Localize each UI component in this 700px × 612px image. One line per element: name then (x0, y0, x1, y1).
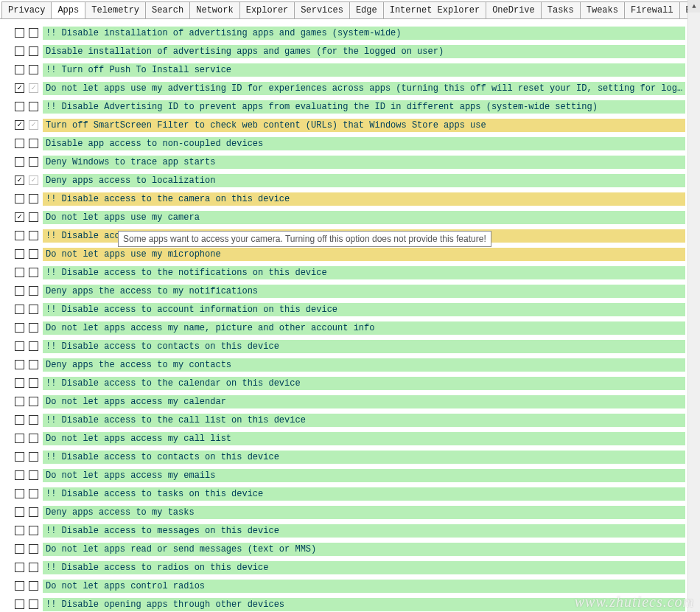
setting-label[interactable]: Do not let apps read or send messages (t… (43, 543, 685, 556)
setting-label[interactable]: !! Disable access to messages on this de… (43, 524, 685, 538)
checkbox-primary[interactable] (15, 415, 24, 425)
setting-label[interactable]: !! Disable access to the camera on this … (43, 192, 685, 206)
tab-search[interactable]: Search (145, 1, 190, 18)
checkbox-primary[interactable] (15, 65, 24, 74)
checkbox-primary[interactable] (15, 397, 24, 406)
checkbox-secondary[interactable] (29, 452, 38, 462)
checkbox-secondary[interactable] (29, 268, 38, 277)
scroll-up-arrow-icon[interactable]: ▲ (688, 0, 700, 13)
checkbox-primary[interactable]: ✓ (15, 175, 24, 185)
setting-label[interactable]: !! Disable Advertising ID to prevent app… (43, 100, 685, 114)
checkbox-secondary[interactable] (29, 139, 38, 148)
tab-tweaks[interactable]: Tweaks (580, 1, 625, 18)
vertical-scrollbar[interactable]: ▲ (687, 0, 700, 612)
checkbox-secondary[interactable] (29, 157, 38, 167)
checkbox-primary[interactable] (15, 341, 24, 351)
checkbox-primary[interactable] (15, 286, 24, 296)
setting-label[interactable]: !! Disable access to account information… (43, 303, 685, 316)
setting-label[interactable]: !! Disable opening apps through other de… (43, 598, 685, 611)
checkbox-secondary[interactable] (29, 415, 38, 425)
checkbox-secondary[interactable] (29, 249, 38, 259)
checkbox-primary[interactable] (15, 599, 24, 609)
setting-label[interactable]: Do not let apps use my microphone (43, 248, 685, 261)
setting-label[interactable]: !! Turn off Push To Install service (43, 63, 685, 77)
setting-label[interactable]: Turn off SmartScreen Filter to check web… (43, 119, 685, 132)
setting-label[interactable]: Do not let apps access my calendar (43, 395, 685, 408)
checkbox-primary[interactable] (15, 507, 24, 517)
checkbox-secondary[interactable] (29, 434, 38, 443)
checkbox-secondary[interactable] (29, 212, 38, 222)
checkbox-primary[interactable] (15, 378, 24, 388)
setting-label[interactable]: Disable app access to non-coupled device… (43, 137, 685, 150)
setting-label[interactable]: Do not let apps use my camera (43, 211, 685, 224)
setting-label[interactable]: Deny Windows to trace app starts (43, 156, 685, 169)
checkbox-primary[interactable] (15, 102, 24, 111)
tab-services[interactable]: Services (294, 1, 350, 18)
checkbox-primary[interactable]: ✓ (15, 83, 24, 93)
checkbox-secondary[interactable] (29, 46, 38, 56)
setting-label[interactable]: Do not let apps access my emails (43, 469, 685, 482)
setting-label[interactable]: !! Disable installation of advertising a… (43, 27, 685, 40)
setting-label[interactable]: !! Disable access to the calendar on thi… (43, 377, 685, 390)
setting-label[interactable]: Deny apps access to localization (43, 174, 685, 187)
tab-privacy[interactable]: Privacy (1, 1, 52, 18)
setting-label[interactable]: Do not let apps control radios (43, 580, 685, 593)
setting-label[interactable]: !! Disable access to the call list on th… (43, 414, 685, 427)
checkbox-secondary[interactable] (29, 286, 38, 296)
setting-label[interactable]: !! Disable access to contacts on this de… (43, 340, 685, 353)
checkbox-primary[interactable] (15, 489, 24, 498)
checkbox-primary[interactable] (15, 434, 24, 443)
checkbox-primary[interactable] (15, 268, 24, 277)
setting-label[interactable]: Disable installation of advertising apps… (43, 45, 685, 58)
checkbox-primary[interactable] (15, 323, 24, 333)
checkbox-primary[interactable] (15, 194, 24, 204)
setting-label[interactable]: Do not let apps access my call list (43, 432, 685, 445)
checkbox-primary[interactable] (15, 452, 24, 462)
checkbox-primary[interactable] (15, 157, 24, 167)
checkbox-primary[interactable] (15, 231, 24, 240)
setting-label[interactable]: !! Disable access to the notifications o… (43, 266, 685, 279)
checkbox-primary[interactable]: ✓ (15, 212, 24, 222)
checkbox-secondary[interactable] (29, 28, 38, 38)
checkbox-secondary[interactable] (29, 470, 38, 480)
checkbox-secondary[interactable] (29, 507, 38, 517)
checkbox-secondary[interactable] (29, 194, 38, 204)
checkbox-secondary[interactable] (29, 489, 38, 498)
tab-internet-explorer[interactable]: Internet Explorer (383, 1, 486, 18)
checkbox-secondary[interactable] (29, 231, 38, 240)
checkbox-primary[interactable] (15, 544, 24, 554)
tab-onedrive[interactable]: OneDrive (486, 1, 542, 18)
checkbox-secondary[interactable] (29, 563, 38, 572)
setting-label[interactable]: !! Disable access to contacts on this de… (43, 451, 685, 464)
checkbox-secondary[interactable] (29, 544, 38, 554)
setting-label[interactable]: Deny apps access to my tasks (43, 506, 685, 519)
checkbox-primary[interactable] (15, 470, 24, 480)
checkbox-primary[interactable]: ✓ (15, 120, 24, 130)
checkbox-primary[interactable] (15, 563, 24, 572)
checkbox-secondary[interactable] (29, 360, 38, 369)
checkbox-secondary[interactable] (29, 526, 38, 535)
setting-label[interactable]: Do not let apps use my advertising ID fo… (43, 82, 685, 95)
checkbox-primary[interactable] (15, 46, 24, 56)
checkbox-primary[interactable] (15, 360, 24, 369)
setting-label[interactable]: !! Disable access to tasks on this devic… (43, 487, 685, 501)
checkbox-primary[interactable] (15, 249, 24, 259)
checkbox-primary[interactable] (15, 139, 24, 148)
setting-label[interactable]: Do not let apps access my name, picture … (43, 321, 685, 335)
checkbox-primary[interactable] (15, 581, 24, 591)
checkbox-primary[interactable] (15, 28, 24, 38)
checkbox-secondary[interactable] (29, 65, 38, 74)
setting-label[interactable]: Deny apps the access to my notifications (43, 285, 685, 298)
checkbox-secondary[interactable] (29, 397, 38, 406)
checkbox-secondary[interactable] (29, 599, 38, 609)
checkbox-secondary[interactable] (29, 305, 38, 314)
checkbox-secondary[interactable] (29, 102, 38, 111)
tab-tasks[interactable]: Tasks (541, 1, 581, 18)
tab-firewall[interactable]: Firewall (624, 1, 680, 18)
tab-explorer[interactable]: Explorer (239, 1, 295, 18)
setting-label[interactable]: !! Disable access to radios on this devi… (43, 561, 685, 574)
tab-edge[interactable]: Edge (349, 1, 384, 18)
checkbox-secondary[interactable] (29, 378, 38, 388)
checkbox-primary[interactable] (15, 305, 24, 314)
setting-label[interactable]: Deny apps the access to my contacts (43, 358, 685, 372)
